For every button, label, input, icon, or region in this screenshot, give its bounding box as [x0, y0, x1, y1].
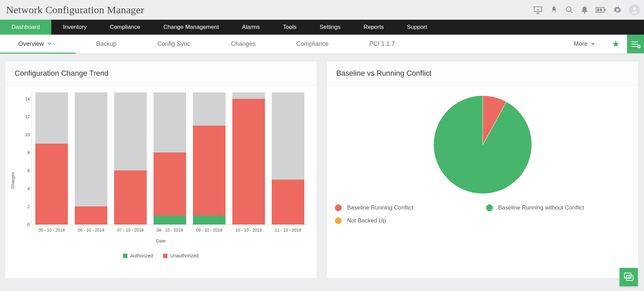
- bar-column[interactable]: 09 - 10 - 2018: [193, 92, 226, 224]
- legend-dot-green: [486, 204, 493, 211]
- panel-title: Configuration Change Trend: [5, 61, 317, 86]
- svg-line-6: [570, 11, 572, 13]
- gear-icon[interactable]: [613, 6, 622, 14]
- tab-backup[interactable]: Backup: [76, 35, 137, 53]
- user-avatar-icon[interactable]: [629, 4, 640, 15]
- pie-graphic[interactable]: [434, 96, 532, 194]
- legend-unauthorized[interactable]: Unauthorized: [163, 253, 198, 258]
- legend-swatch-green: [123, 254, 127, 258]
- bar-column[interactable]: 05 - 10 - 2018: [35, 92, 68, 224]
- ytick: 8: [20, 150, 30, 155]
- bar-ylabel: Changes: [11, 172, 15, 188]
- search-icon[interactable]: [565, 6, 573, 14]
- bar-segment-authorized: [154, 216, 186, 224]
- ytick: 14: [20, 96, 30, 101]
- bar-segment-unauthorized: [154, 152, 186, 215]
- pie-legend-conflict[interactable]: Baseline Running Conflict: [335, 204, 479, 211]
- bar-segment-unauthorized: [114, 170, 147, 224]
- nav-alarms[interactable]: Alarms: [230, 20, 271, 35]
- nav-support[interactable]: Support: [395, 20, 439, 35]
- add-widget-button[interactable]: [627, 35, 644, 53]
- ytick: 4: [20, 186, 30, 191]
- app-title: Network Configuration Manager: [6, 4, 144, 16]
- panel-title: Baseline vs Running Conflict: [327, 61, 638, 86]
- ytick: 12: [20, 114, 30, 119]
- tab-config-sync[interactable]: Config Sync: [137, 35, 211, 53]
- bar-column[interactable]: 10 - 10 - 2018: [232, 92, 265, 224]
- bar-columns: 05 - 10 - 201806 - 10 - 201807 - 10 - 20…: [32, 92, 308, 224]
- nav-compliance[interactable]: Compliance: [98, 20, 152, 35]
- favorite-star[interactable]: [605, 35, 627, 53]
- nav-dashboard[interactable]: Dashboard: [0, 20, 51, 35]
- legend-dot-red: [335, 204, 342, 211]
- bar-segment-unauthorized: [193, 126, 226, 216]
- svg-marker-4: [537, 8, 539, 11]
- presentation-icon[interactable]: [533, 6, 543, 14]
- tab-more[interactable]: More: [567, 35, 605, 53]
- bar-segment-unauthorized: [272, 180, 304, 224]
- top-bar: Network Configuration Manager: [0, 0, 644, 20]
- bar-segment-unauthorized: [75, 206, 107, 224]
- top-icon-group: [533, 4, 640, 15]
- caret-down-icon: [591, 40, 595, 48]
- nav-reports[interactable]: Reports: [352, 20, 395, 35]
- bar-column[interactable]: 06 - 10 - 2018: [75, 92, 107, 224]
- bell-icon[interactable]: [581, 6, 588, 14]
- tab-label: More: [574, 40, 588, 48]
- pie-legend-no-conflict[interactable]: Baseline Running without Conflict: [486, 204, 630, 211]
- panel-configuration-change-trend: Configuration Change Trend Changes 02468…: [5, 61, 317, 278]
- tab-label: Backup: [96, 40, 117, 48]
- ytick: 10: [20, 132, 30, 137]
- legend-dot-orange: [335, 217, 342, 224]
- chevron-down-icon: [47, 41, 52, 48]
- nav-settings[interactable]: Settings: [308, 20, 352, 35]
- xtick: 06 - 10 - 2018: [78, 228, 104, 233]
- bar-column[interactable]: 07 - 10 - 2018: [114, 92, 147, 224]
- bar-segment-authorized: [193, 216, 226, 224]
- nav-inventory[interactable]: Inventory: [51, 20, 98, 35]
- tab-label: Changes: [231, 40, 255, 48]
- xtick: 05 - 10 - 2018: [38, 228, 65, 233]
- svg-rect-9: [605, 9, 606, 11]
- bar-chart: Changes 0246810121405 - 10 - 201806 - 10…: [5, 86, 317, 262]
- dashboard-content: Configuration Change Trend Changes 02468…: [0, 54, 644, 278]
- pie-chart: [327, 86, 638, 197]
- secondary-nav: Overview Backup Config Sync Changes Comp…: [0, 35, 644, 54]
- xtick: 09 - 10 - 2018: [196, 228, 222, 233]
- bar-legend: Authorized Unauthorized: [14, 253, 308, 258]
- legend-label: Unauthorized: [170, 253, 198, 258]
- bar-column[interactable]: 11 - 10 - 2018: [272, 92, 304, 224]
- primary-nav: Dashboard Inventory Compliance Change Ma…: [0, 20, 644, 35]
- nav-change-management[interactable]: Change Management: [152, 20, 231, 35]
- xtick: 10 - 10 - 2018: [235, 228, 262, 233]
- chat-button[interactable]: [620, 268, 638, 278]
- bar-xlabel: Date: [14, 238, 308, 243]
- bar-column[interactable]: 08 - 10 - 2018: [154, 92, 186, 224]
- tab-overview[interactable]: Overview: [0, 35, 76, 53]
- tab-label: Overview: [18, 40, 44, 48]
- xtick: 07 - 10 - 2018: [117, 228, 144, 233]
- battery-icon[interactable]: [596, 7, 606, 13]
- bar-background: [75, 92, 107, 224]
- legend-authorized[interactable]: Authorized: [123, 253, 153, 258]
- svg-rect-10: [597, 8, 599, 11]
- nav-tools[interactable]: Tools: [271, 20, 308, 35]
- tab-label: Config Sync: [157, 40, 190, 48]
- tab-changes[interactable]: Changes: [211, 35, 276, 53]
- ytick: 0: [20, 222, 30, 227]
- panel-baseline-vs-running: Baseline vs Running Conflict Baseline Ru…: [326, 61, 639, 278]
- pie-legend: Baseline Running Conflict Baseline Runni…: [327, 197, 638, 228]
- legend-label: Baseline Running without Conflict: [498, 204, 584, 211]
- svg-point-12: [633, 7, 636, 10]
- ytick: 6: [20, 168, 30, 173]
- bar-segment-unauthorized: [35, 144, 68, 224]
- xtick: 08 - 10 - 2018: [157, 228, 183, 233]
- pie-legend-not-backed[interactable]: Not Backed Up: [335, 217, 479, 224]
- legend-swatch-red: [163, 254, 167, 258]
- rocket-icon[interactable]: [550, 6, 558, 14]
- bar-plot-area: 0246810121405 - 10 - 201806 - 10 - 20180…: [32, 92, 308, 225]
- svg-point-7: [584, 12, 585, 14]
- tab-label: PCI 1.1.7: [369, 40, 395, 48]
- tab-compliance[interactable]: Compliance: [276, 35, 349, 53]
- tab-pci[interactable]: PCI 1.1.7: [349, 35, 415, 53]
